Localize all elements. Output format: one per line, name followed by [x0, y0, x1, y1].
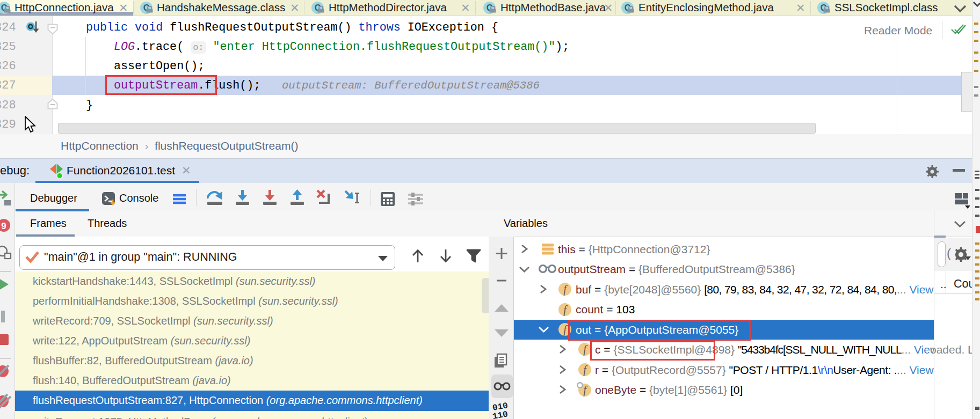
svg-text:9: 9 — [1, 221, 6, 231]
